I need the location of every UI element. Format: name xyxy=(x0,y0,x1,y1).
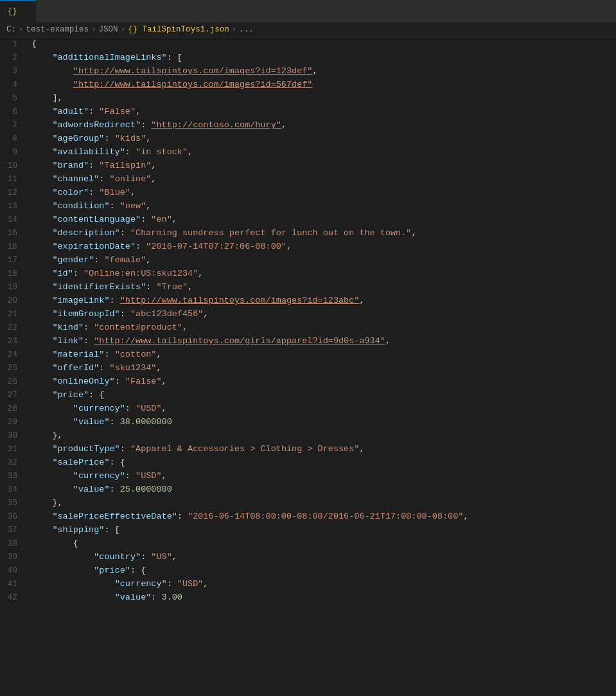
json-key: "expirationDate" xyxy=(52,242,136,251)
line: 10 "brand": "Tailspin", xyxy=(0,159,616,172)
tab-tailspintoys[interactable]: {} xyxy=(0,0,37,22)
json-punct: : xyxy=(89,107,99,116)
line: 28 "currency": "USD", xyxy=(0,402,616,415)
json-bracket: { xyxy=(73,539,78,548)
line-number: 15 xyxy=(0,226,29,240)
json-punct: : xyxy=(141,552,151,562)
json-string: "kids" xyxy=(115,134,146,143)
json-string: "Apparel & Accessories > Clothing > Dres… xyxy=(130,444,359,454)
json-punct: : xyxy=(125,471,136,481)
line-content: "imageLink": "http://www.tailspintoys.co… xyxy=(29,294,616,307)
json-string: "abc123def456" xyxy=(130,309,203,319)
json-punct: : xyxy=(120,444,130,454)
line-content: "link": "http://www.tailspintoys.com/gir… xyxy=(29,334,616,348)
line-content: }, xyxy=(29,496,616,510)
tab-close-button[interactable] xyxy=(24,10,28,13)
line-number: 7 xyxy=(0,118,29,132)
json-punct: : xyxy=(110,201,120,211)
json-key: "adwordsRedirect" xyxy=(52,120,141,130)
line-content: "contentLanguage": "en", xyxy=(29,213,616,226)
line: 38 { xyxy=(0,537,616,550)
json-string: "Charming sundress perfect for lunch out… xyxy=(130,228,411,238)
line: 13 "condition": "new", xyxy=(0,199,616,213)
line-content: "onlineOnly": "False", xyxy=(29,375,616,388)
json-string: "Blue" xyxy=(99,188,130,197)
json-punct: , xyxy=(411,228,416,238)
json-punct: : xyxy=(110,417,120,427)
line-content: "shipping": [ xyxy=(29,523,616,537)
json-bracket: { xyxy=(31,39,37,49)
line-number: 11 xyxy=(0,172,29,186)
line: 21 "itemGroupId": "abc123def456", xyxy=(0,307,616,321)
json-punct: , xyxy=(130,188,136,197)
json-punct: : xyxy=(167,579,177,589)
json-punct: , xyxy=(162,471,167,481)
breadcrumb-test-examples[interactable]: test-examples xyxy=(26,25,89,34)
json-key: "link" xyxy=(52,336,84,346)
json-punct: , xyxy=(136,107,141,116)
line: 1{ xyxy=(0,37,616,51)
line: 33 "currency": "USD", xyxy=(0,469,616,483)
json-punct: : xyxy=(141,215,151,224)
line-number: 36 xyxy=(0,510,29,523)
line-content: "additionalImageLinks": [ xyxy=(29,51,616,64)
line: 32 "salePrice": { xyxy=(0,456,616,469)
json-string: "2016-07-14T07:27:06-08:00" xyxy=(146,242,286,251)
breadcrumb-json[interactable]: JSON xyxy=(99,25,118,34)
json-string: "False" xyxy=(125,377,162,386)
line-number: 16 xyxy=(0,240,29,253)
line: 14 "contentLanguage": "en", xyxy=(0,213,616,226)
json-punct: , xyxy=(281,120,286,130)
json-string: "USD" xyxy=(136,404,162,413)
line-number: 12 xyxy=(0,186,29,199)
line-content: "identifierExists": "True", xyxy=(29,280,616,294)
json-key: "color" xyxy=(52,188,89,197)
json-key: "ageGroup" xyxy=(52,134,104,143)
line-content: "price": { xyxy=(29,564,616,577)
line-content: "kind": "content#product", xyxy=(29,321,616,334)
line: 22 "kind": "content#product", xyxy=(0,321,616,334)
json-key: "salePrice" xyxy=(52,458,109,467)
breadcrumb-file[interactable]: {} TailSpinToys1.json xyxy=(128,25,229,34)
breadcrumb-sep-3: › xyxy=(121,25,126,34)
json-punct: : xyxy=(120,309,130,319)
json-key: "currency" xyxy=(115,579,167,589)
line-number: 20 xyxy=(0,294,29,307)
json-string: "content#product" xyxy=(94,323,182,332)
json-punct: : xyxy=(84,336,94,346)
json-string: "2016-06-14T08:00:00-08:00/2016-06-21T17… xyxy=(188,512,463,521)
json-punct: : xyxy=(99,174,109,184)
line-content: { xyxy=(29,37,616,51)
json-punct: , xyxy=(188,147,193,157)
json-punct: : xyxy=(89,188,99,197)
tab-bar: {} xyxy=(0,0,616,22)
json-key: "id" xyxy=(52,269,73,278)
line: 8 "ageGroup": "kids", xyxy=(0,132,616,145)
json-punct: , xyxy=(359,296,364,305)
line-content: "expirationDate": "2016-07-14T07:27:06-0… xyxy=(29,240,616,253)
json-punct: ], xyxy=(52,93,62,103)
line: 36 "salePriceEffectiveDate": "2016-06-14… xyxy=(0,510,616,523)
json-punct: : xyxy=(151,593,161,602)
line-content: "offerId": "sku1234", xyxy=(29,361,616,375)
json-string: "Online:en:US:sku1234" xyxy=(84,269,198,278)
json-string: "in stock" xyxy=(136,147,188,157)
line-content: "value": 3.00 xyxy=(29,591,616,604)
line: 19 "identifierExists": "True", xyxy=(0,280,616,294)
line-content: "value": 25.0000000 xyxy=(29,483,616,496)
line: 12 "color": "Blue", xyxy=(0,186,616,199)
line-number: 19 xyxy=(0,280,29,294)
line-content: "currency": "USD", xyxy=(29,469,616,483)
line-content: "channel": "online", xyxy=(29,172,616,186)
json-punct: , xyxy=(151,161,156,170)
json-url: "http://www.tailspintoys.com/girls/appar… xyxy=(94,336,385,346)
json-key: "country" xyxy=(94,552,141,562)
line-content: "salePrice": { xyxy=(29,456,616,469)
json-punct: : xyxy=(120,228,130,238)
json-number: 3.00 xyxy=(162,593,182,602)
json-key: "contentLanguage" xyxy=(52,215,141,224)
line-number: 9 xyxy=(0,145,29,159)
line-content: "itemGroupId": "abc123def456", xyxy=(29,307,616,321)
line-content: "description": "Charming sundress perfec… xyxy=(29,226,616,240)
line: 41 "currency": "USD", xyxy=(0,577,616,591)
